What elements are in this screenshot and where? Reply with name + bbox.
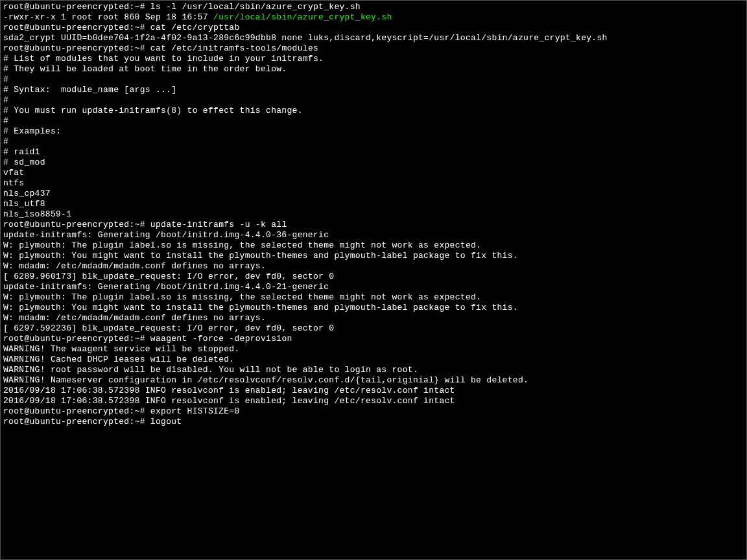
terminal-line: root@ubuntu-preencrypted:~# update-initr… — [3, 220, 744, 230]
output-line: ntfs — [3, 178, 744, 189]
output-line: W: mdadm: /etc/mdadm/mdadm.conf defines … — [3, 261, 744, 272]
shell-command: cat /etc/initramfs-tools/modules — [150, 43, 318, 53]
terminal-line: root@ubuntu-preencrypted:~# cat /etc/ini… — [3, 43, 744, 54]
output-line: nls_cp437 — [3, 189, 744, 199]
output-line: update-initramfs: Generating /boot/initr… — [3, 230, 744, 240]
output-line: # sd_mod — [3, 158, 744, 168]
shell-command: update-initramfs -u -k all — [150, 220, 287, 229]
output-line: # You must run update-initramfs(8) to ef… — [3, 106, 744, 116]
output-line: vfat — [3, 168, 744, 178]
output-line: 2016/09/18 17:06:38.572398 INFO resolvco… — [3, 396, 744, 406]
terminal-line: root@ubuntu-preencrypted:~# waagent -for… — [3, 334, 744, 344]
ls-filepath: /usr/local/sbin/azure_crypt_key.sh — [213, 12, 392, 22]
shell-command: logout — [150, 417, 182, 426]
output-line: W: plymouth: You might want to install t… — [3, 251, 744, 261]
output-line: [ 6297.592236] blk_update_request: I/O e… — [3, 323, 744, 334]
shell-prompt: root@ubuntu-preencrypted:~# — [3, 43, 150, 53]
terminal-line: root@ubuntu-preencrypted:~# export HISTS… — [3, 406, 744, 417]
output-line: update-initramfs: Generating /boot/initr… — [3, 282, 744, 292]
output-line: # raid1 — [3, 147, 744, 158]
shell-command: waagent -force -deprovision — [150, 334, 292, 344]
shell-prompt: root@ubuntu-preencrypted:~# — [3, 2, 150, 12]
shell-command: cat /etc/crypttab — [150, 23, 240, 32]
output-line: nls_utf8 — [3, 199, 744, 209]
shell-command: export HISTSIZE=0 — [150, 406, 240, 416]
output-line: # Syntax: module_name [args ...] — [3, 85, 744, 95]
output-line: nls_iso8859-1 — [3, 209, 744, 220]
output-line: [ 6289.960173] blk_update_request: I/O e… — [3, 272, 744, 282]
shell-command: ls -l /usr/local/sbin/azure_crypt_key.sh — [150, 2, 361, 12]
output-line: WARNING! root password will be disabled.… — [3, 365, 744, 375]
shell-prompt: root@ubuntu-preencrypted:~# — [3, 23, 150, 32]
output-line: # — [3, 137, 744, 147]
ls-perms: -rwxr-xr-x 1 root root 860 Sep 18 16:57 — [3, 12, 213, 22]
output-line: W: mdadm: /etc/mdadm/mdadm.conf defines … — [3, 313, 744, 323]
output-line: # List of modules that you want to inclu… — [3, 54, 744, 64]
output-line: sda2_crypt UUID=b0dee704-1f2a-4f02-9a13-… — [3, 33, 744, 43]
terminal-line: -rwxr-xr-x 1 root root 860 Sep 18 16:57 … — [3, 12, 744, 23]
output-line: W: plymouth: The plugin label.so is miss… — [3, 240, 744, 251]
output-line: W: plymouth: You might want to install t… — [3, 303, 744, 313]
output-line: WARNING! The waagent service will be sto… — [3, 344, 744, 355]
output-line: 2016/09/18 17:06:38.572398 INFO resolvco… — [3, 386, 744, 396]
output-line: # — [3, 116, 744, 126]
terminal-line: root@ubuntu-preencrypted:~# ls -l /usr/l… — [3, 2, 744, 12]
shell-prompt: root@ubuntu-preencrypted:~# — [3, 417, 150, 426]
shell-prompt: root@ubuntu-preencrypted:~# — [3, 334, 150, 344]
output-line: WARNING! Nameserver configuration in /et… — [3, 375, 744, 386]
output-line: # — [3, 75, 744, 85]
output-line: WARNING! Cached DHCP leases will be dele… — [3, 355, 744, 365]
output-line: # Examples: — [3, 126, 744, 137]
shell-prompt: root@ubuntu-preencrypted:~# — [3, 406, 150, 416]
terminal-line: root@ubuntu-preencrypted:~# logout — [3, 417, 744, 427]
shell-prompt: root@ubuntu-preencrypted:~# — [3, 220, 150, 229]
output-line: # — [3, 95, 744, 106]
output-line: # They will be loaded at boot time in th… — [3, 64, 744, 75]
output-line: W: plymouth: The plugin label.so is miss… — [3, 292, 744, 303]
terminal-line: root@ubuntu-preencrypted:~# cat /etc/cry… — [3, 23, 744, 33]
terminal[interactable]: root@ubuntu-preencrypted:~# ls -l /usr/l… — [3, 2, 744, 427]
